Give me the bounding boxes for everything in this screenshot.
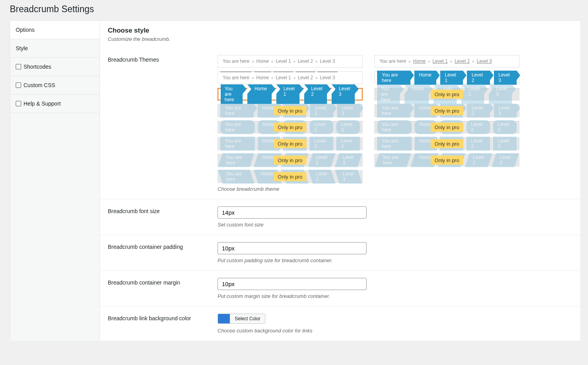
- field-label: Breadcrumb link background color: [108, 314, 218, 334]
- font-size-input[interactable]: [218, 206, 367, 219]
- theme-option-4[interactable]: You are hereHomeLevel 1Level 2Level 3: [374, 71, 519, 84]
- section-title: Choose style: [108, 27, 572, 35]
- select-color-button[interactable]: Select Color: [230, 314, 265, 323]
- breadcrumb-item: You are here: [220, 120, 255, 134]
- pro-badge: Only in pro: [274, 156, 307, 165]
- breadcrumb-item: You are here: [377, 84, 400, 104]
- breadcrumb-separator: »: [293, 59, 296, 64]
- breadcrumb-item: Home: [414, 71, 436, 85]
- breadcrumb-item: Level 2: [304, 84, 327, 104]
- theme-option-2[interactable]: You are here»Home»Level 1»Level 2»Level …: [374, 55, 519, 68]
- breadcrumb-item: Level 1: [276, 84, 299, 104]
- breadcrumb-item: Level 3: [474, 58, 494, 64]
- field-container-padding: Breadcrumb container padding Put custom …: [100, 235, 580, 270]
- theme-option-14: You are hereHomeLevel 1Level 2Level 3Onl…: [374, 154, 519, 166]
- theme-option-13: You are hereHomeLevel 1Level 2Level 3Onl…: [218, 154, 363, 166]
- tab-style[interactable]: Style: [10, 39, 100, 58]
- pro-badge: Only in pro: [274, 139, 307, 148]
- theme-option-12: You are hereHomeLevel 1Level 2Level 3Onl…: [374, 137, 519, 150]
- field-breadcrumb-themes: Breadcrumb Themes You are here»Home»Leve…: [100, 48, 580, 199]
- field-label: Breadcrumb font size: [108, 206, 218, 228]
- breadcrumb-item: You are here: [218, 170, 254, 184]
- breadcrumb-item: Level 2: [296, 75, 316, 80]
- tab-label: Help & Support: [24, 100, 61, 107]
- color-swatch[interactable]: [218, 314, 230, 323]
- field-help: Choose custom background color for links: [218, 328, 572, 334]
- theme-option-11: You are hereHomeLevel 1Level 2Level 3Onl…: [218, 137, 363, 150]
- breadcrumb-item: Level 2: [310, 104, 333, 118]
- breadcrumb-item: Home: [411, 58, 428, 64]
- field-help: Put custom margin size for breadcrumb co…: [218, 293, 572, 299]
- breadcrumb-item: Level 3: [332, 84, 355, 104]
- breadcrumb-item: You are here: [220, 58, 252, 64]
- breadcrumb-item: You are here: [377, 104, 410, 118]
- field-help: Set custom font size: [218, 222, 572, 228]
- tab-custom-css[interactable]: Custom CSS: [10, 76, 100, 95]
- breadcrumb-item: You are here: [220, 104, 254, 118]
- theme-option-3[interactable]: You are here»Home»Level 1»Level 2»Level …: [218, 71, 363, 84]
- breadcrumb-item: Level 3: [336, 137, 360, 151]
- theme-option-15: You are hereHomeLevel 1Level 2Level 3Onl…: [218, 170, 363, 183]
- breadcrumb-separator: »: [293, 76, 296, 80]
- tab-options[interactable]: Options: [10, 21, 100, 39]
- field-label: Breadcrumb container margin: [108, 278, 218, 299]
- breadcrumb-item: You are here: [218, 153, 254, 167]
- section-header: Choose style Customize the breadcrumb.: [100, 21, 580, 48]
- themes-grid: You are here»Home»Level 1»Level 2»Level …: [218, 55, 572, 183]
- breadcrumb-item: Level 2: [461, 84, 485, 104]
- field-font-size: Breadcrumb font size Set custom font siz…: [100, 199, 580, 235]
- theme-option-10: You are hereHomeLevel 1Level 2Level 3Onl…: [374, 121, 519, 133]
- breadcrumb-item: Level 1: [440, 71, 463, 85]
- field-help: Put custom padding size for breadcrumb c…: [218, 257, 572, 263]
- tab-shortcodes[interactable]: Shortcodes: [10, 58, 100, 76]
- pro-badge: Only in pro: [431, 106, 463, 115]
- field-help: Choose breadcrumb theme: [218, 186, 572, 192]
- tab-label: Custom CSS: [24, 82, 55, 88]
- breadcrumb-item: You are here: [375, 153, 411, 167]
- tab-help-support[interactable]: Help & Support: [10, 95, 100, 113]
- breadcrumb-item: Level 3: [337, 104, 360, 118]
- tab-icon: [16, 64, 21, 69]
- breadcrumb-item: You are here: [221, 84, 243, 104]
- pro-badge: Only in pro: [431, 139, 463, 148]
- breadcrumb-item: You are here: [377, 58, 408, 64]
- breadcrumb-item: Level 2: [310, 137, 333, 151]
- pro-badge: Only in pro: [431, 90, 463, 99]
- breadcrumb-item: Home: [247, 84, 272, 104]
- breadcrumb-item: Level 2: [308, 170, 336, 184]
- breadcrumb-item: Level 3: [494, 104, 517, 118]
- breadcrumb-separator: »: [408, 59, 411, 64]
- breadcrumb-item: Level 2: [467, 71, 490, 85]
- breadcrumb-item: Level 2: [466, 120, 490, 134]
- theme-option-6: You are hereHomeLevel 1Level 2Level 3Onl…: [374, 88, 519, 100]
- page-title: Breadcrumb Settings: [10, 4, 580, 15]
- tab-label: Shortcodes: [24, 64, 51, 70]
- theme-option-5[interactable]: You are hereHomeLevel 1Level 2Level 3: [218, 88, 363, 100]
- breadcrumb-item: Level 3: [489, 84, 512, 104]
- breadcrumb-item: Level 2: [296, 58, 316, 64]
- pro-badge: Only in pro: [274, 106, 307, 115]
- settings-tabs: OptionsStyleShortcodesCustom CSSHelp & S…: [10, 20, 100, 341]
- breadcrumb-item: Level 3: [493, 137, 517, 151]
- theme-option-9: You are hereHomeLevel 1Level 2Level 3Onl…: [218, 121, 363, 133]
- breadcrumb-item: Level 3: [318, 58, 338, 64]
- breadcrumb-item: You are here: [377, 137, 412, 151]
- breadcrumb-separator: »: [252, 59, 254, 64]
- padding-input[interactable]: [218, 242, 367, 254]
- breadcrumb-separator: »: [450, 59, 452, 64]
- theme-option-1[interactable]: You are here»Home»Level 1»Level 2»Level …: [218, 55, 363, 68]
- breadcrumb-item: Level 2: [452, 58, 472, 64]
- breadcrumb-item: Level 2: [466, 137, 490, 151]
- breadcrumb-item: Level 3: [493, 120, 517, 134]
- breadcrumb-item: Level 3: [335, 153, 362, 167]
- tab-icon: [16, 82, 21, 88]
- field-container-margin: Breadcrumb container margin Put custom m…: [100, 270, 580, 306]
- breadcrumb-item: Home: [405, 84, 429, 104]
- tab-icon: [16, 101, 21, 106]
- pro-badge: Only in pro: [431, 123, 463, 132]
- breadcrumb-item: You are here: [220, 75, 252, 80]
- section-subtitle: Customize the breadcrumb.: [108, 36, 572, 42]
- color-picker[interactable]: Select Color: [218, 314, 265, 324]
- margin-input[interactable]: [218, 278, 367, 290]
- breadcrumb-item: Level 2: [310, 120, 333, 134]
